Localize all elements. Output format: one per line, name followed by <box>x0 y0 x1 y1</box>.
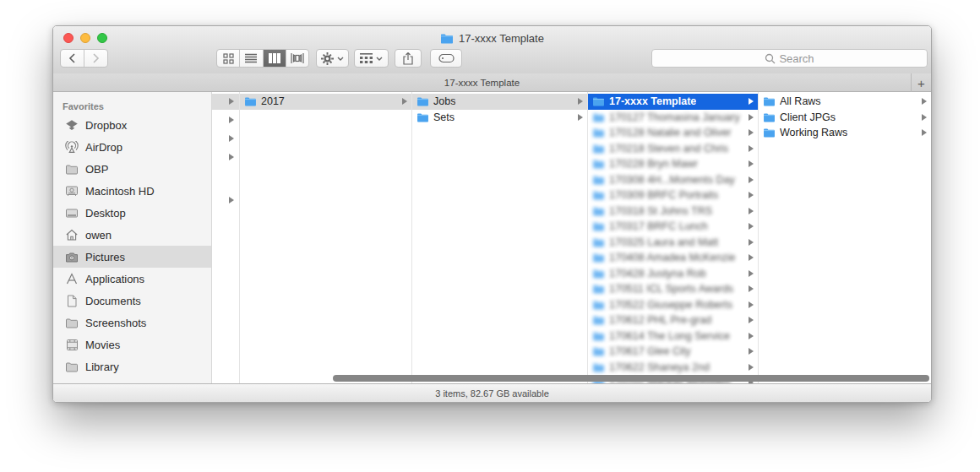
sidebar-item-owen[interactable]: owen <box>53 224 211 246</box>
file-label: All Raws <box>780 95 821 107</box>
sidebar-item-label: OBP <box>85 163 108 176</box>
file-row[interactable]: 170511 ICL Sports Awards <box>588 281 758 297</box>
file-label: 17-xxxx Template <box>609 95 696 107</box>
tab-current[interactable]: 17-xxxx Template <box>53 73 911 92</box>
folder-icon <box>592 252 605 263</box>
file-row[interactable]: 170612 PHL Pre-grad <box>588 312 758 328</box>
sidebar-item-partial[interactable] <box>53 377 211 383</box>
movies-icon <box>64 338 79 351</box>
sidebar-item-macintosh-hd[interactable]: Macintosh HD <box>53 180 211 202</box>
disclosure-arrow <box>749 364 754 371</box>
folder-icon <box>64 316 79 329</box>
file-row[interactable]: 170317 BRFC Lunch <box>588 219 758 235</box>
file-row[interactable]: 170218 Steven and Chris <box>588 141 758 157</box>
file-row[interactable]: 170408 Amadea McKenzie <box>588 250 758 266</box>
sidebar-item-library[interactable]: Library <box>53 355 211 377</box>
file-row[interactable]: 170428 Justyna Rob <box>588 266 758 282</box>
file-row[interactable]: 170325 Laura and Matt <box>588 235 758 251</box>
arrange-menu-button[interactable] <box>354 49 389 68</box>
sidebar-item-label: Documents <box>85 295 141 307</box>
disclosure-arrow <box>749 192 754 198</box>
coverflow-view-button[interactable] <box>286 50 308 67</box>
tag-button[interactable] <box>430 49 462 68</box>
file-row[interactable]: 170228 Bryn Mawr <box>588 156 758 172</box>
status-text: 3 items, 82.67 GB available <box>435 388 549 399</box>
file-row[interactable]: 170522 Giuseppe Roberts <box>588 297 758 313</box>
file-row[interactable]: 17-xxxx Template <box>588 94 758 110</box>
pictures-icon <box>64 250 79 263</box>
sidebar-item-label: Movies <box>85 339 120 351</box>
disclosure-arrow <box>578 98 583 105</box>
folder-icon <box>592 175 605 185</box>
file-label: 170522 Giuseppe Roberts <box>609 299 732 311</box>
file-label: 2017 <box>261 95 285 107</box>
title-row: 17-xxxx Template <box>53 26 931 50</box>
file-label: 170228 Bryn Mawr <box>609 158 698 170</box>
sidebar-item-desktop[interactable]: Desktop <box>53 202 211 224</box>
tab-bar: 17-xxxx Template + <box>53 73 931 92</box>
folder-icon <box>592 300 605 310</box>
file-label: 170325 Laura and Matt <box>609 236 718 248</box>
horizontal-scrollbar-thumb[interactable] <box>333 375 929 382</box>
finder-window: 17-xxxx Template <box>52 25 932 403</box>
folder-icon <box>592 190 605 200</box>
sliver-highlight-row[interactable] <box>212 94 239 110</box>
disclosure-arrow <box>229 98 234 105</box>
sidebar-item-label: Desktop <box>85 207 126 220</box>
disclosure-arrow <box>749 114 754 121</box>
file-row[interactable]: 170308 4H...Moments Day <box>588 172 758 188</box>
category-column: JobsSets <box>412 92 588 383</box>
new-tab-button[interactable]: + <box>911 73 931 92</box>
folder-icon <box>592 315 605 325</box>
file-label: Jobs <box>433 95 455 107</box>
disclosure-arrow <box>578 114 583 121</box>
file-label: 170612 PHL Pre-grad <box>609 314 711 326</box>
file-row[interactable]: 2017 <box>240 94 411 110</box>
back-button[interactable] <box>61 50 84 67</box>
applications-icon <box>64 272 79 285</box>
column-view-button[interactable] <box>264 50 286 67</box>
file-row[interactable]: 170127 Thomasina January <box>588 110 758 126</box>
file-row[interactable]: All Raws <box>759 94 931 110</box>
file-row[interactable]: 170614 The Long Service <box>588 328 758 345</box>
sidebar-item-dropbox[interactable]: Dropbox <box>53 114 211 136</box>
sidebar-item-applications[interactable]: Applications <box>53 268 211 290</box>
sidebar-item-label: AirDrop <box>85 141 122 154</box>
folder-icon <box>592 331 605 341</box>
file-label: 170428 Justyna Rob <box>609 268 706 279</box>
search-icon <box>765 53 776 64</box>
file-label: 170308 4H...Moments Day <box>609 174 735 186</box>
icon-view-button[interactable] <box>217 50 240 67</box>
template-contents-column: All RawsClient JPGsWorking Raws <box>759 92 931 383</box>
file-row[interactable]: 170309 BRFC Portraits <box>588 187 758 203</box>
disclosure-arrow <box>749 348 754 355</box>
file-row[interactable]: 170622 Shaneya 2nd <box>588 360 758 376</box>
sidebar-item-obp[interactable]: OBP <box>53 158 211 180</box>
chevron-down-icon <box>376 57 383 61</box>
forward-button[interactable] <box>84 50 107 67</box>
share-button[interactable] <box>395 49 422 68</box>
sidebar-item-airdrop[interactable]: AirDrop <box>53 136 211 158</box>
folder-icon <box>592 269 605 279</box>
file-row[interactable]: Client JPGs <box>759 110 931 126</box>
file-label: 170317 BRFC Lunch <box>609 220 708 232</box>
action-menu-button[interactable] <box>316 49 349 68</box>
sidebar-item-movies[interactable]: Movies <box>53 334 211 355</box>
search-input[interactable]: Search <box>651 49 928 68</box>
home-icon <box>64 228 79 241</box>
file-row[interactable]: 170318 St Johns TRS <box>588 203 758 220</box>
file-label: 170511 ICL Sports Awards <box>609 283 733 295</box>
file-row[interactable]: Sets <box>412 110 587 126</box>
file-row[interactable]: 170128 Natalie and Oliver <box>588 125 758 141</box>
sidebar-item-screenshots[interactable]: Screenshots <box>53 312 211 334</box>
sidebar-item-pictures[interactable]: Pictures <box>53 246 211 268</box>
content-area: Favorites DropboxAirDropOBPMacintosh HDD… <box>53 92 931 383</box>
list-view-button[interactable] <box>240 50 263 67</box>
disclosure-arrow <box>922 98 927 105</box>
file-row[interactable]: Working Raws <box>759 125 931 141</box>
file-row[interactable]: 170617 Glee City <box>588 344 758 360</box>
disclosure-arrow <box>749 223 754 230</box>
sidebar-item-documents[interactable]: Documents <box>53 290 211 312</box>
file-row[interactable]: Jobs <box>412 94 587 110</box>
folder-icon <box>244 96 257 106</box>
